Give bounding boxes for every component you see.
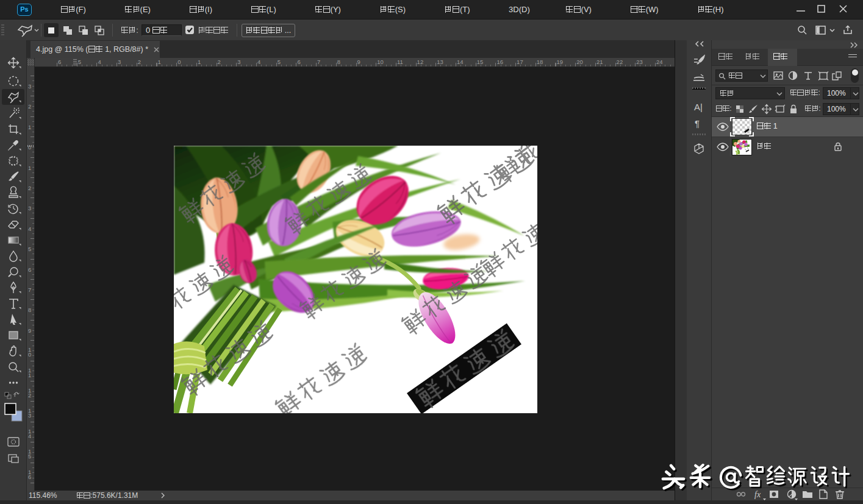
svg-text:¶: ¶ xyxy=(695,118,700,129)
svg-text:A|: A| xyxy=(694,102,703,112)
